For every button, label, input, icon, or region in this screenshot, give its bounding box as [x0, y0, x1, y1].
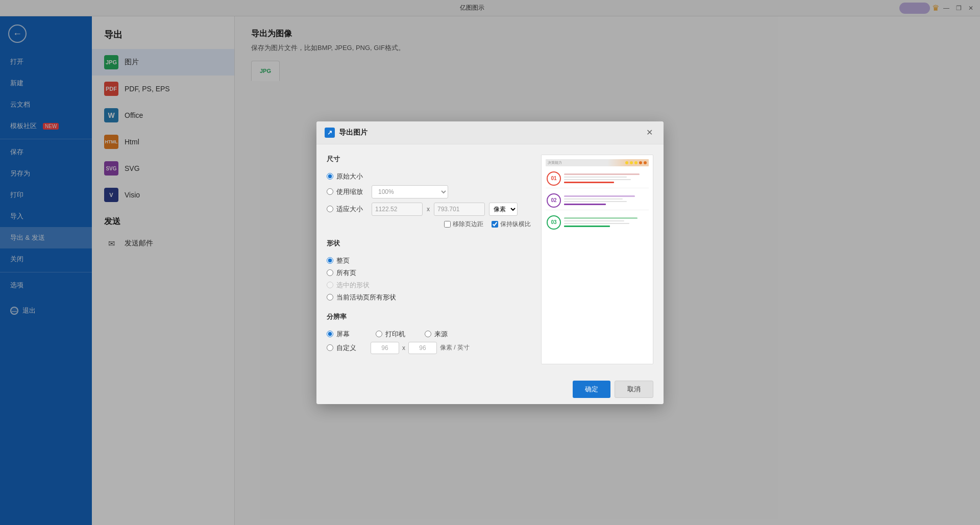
- dot-1: [625, 161, 628, 164]
- bar-2: [564, 204, 606, 205]
- size-fit-row: 适应大小 x 像素: [327, 203, 531, 216]
- line-1a: [564, 173, 640, 175]
- fit-size-text: 适应大小: [336, 205, 363, 214]
- shape-all-row: 所有页: [327, 268, 531, 278]
- custom-x-separator: x: [402, 344, 405, 352]
- dialog-title: 导出图片: [339, 128, 639, 137]
- preview-lines-2: [564, 195, 648, 205]
- preview-row-3: 03: [546, 213, 649, 232]
- keep-ratio-label[interactable]: 保持纵横比: [492, 220, 531, 229]
- preview-image-area: 决策能力 01: [542, 155, 653, 364]
- shape-whole-text: 整页: [336, 256, 350, 265]
- resolution-section: 分辨率 屏幕 打印机 来源: [327, 312, 531, 354]
- dot-5: [644, 161, 647, 164]
- cancel-button[interactable]: 取消: [615, 381, 653, 398]
- preview-lines-1: [564, 173, 648, 183]
- custom-res-width[interactable]: [371, 342, 399, 354]
- shape-whole-row: 整页: [327, 256, 531, 265]
- shape-current-radio[interactable]: [327, 294, 333, 301]
- zoom-size-text: 使用缩放: [336, 187, 363, 196]
- printer-res-radio[interactable]: [376, 331, 382, 337]
- dialog-body: 尺寸 原始大小 使用缩放 100%: [316, 144, 664, 374]
- preview-row-1: 01: [546, 169, 649, 188]
- shape-whole-label[interactable]: 整页: [327, 256, 368, 265]
- fit-width-input[interactable]: [372, 203, 423, 216]
- preview-circle-2: 02: [547, 193, 561, 208]
- fit-size-radio[interactable]: [327, 206, 333, 212]
- source-res-radio[interactable]: [425, 331, 431, 337]
- shape-selected-text: 选中的形状: [336, 281, 370, 290]
- remove-margin-checkbox[interactable]: [444, 221, 451, 228]
- preview-header: 决策能力: [546, 159, 649, 166]
- dialog-header: ↗ 导出图片 ✕: [316, 121, 664, 144]
- shape-selected-row: 选中的形状: [327, 281, 531, 290]
- shape-selected-radio[interactable]: [327, 282, 333, 288]
- fit-height-input[interactable]: [434, 203, 485, 216]
- line-3c: [564, 223, 629, 224]
- shape-all-radio[interactable]: [327, 269, 333, 276]
- line-2b: [564, 198, 623, 199]
- line-1c: [564, 179, 631, 180]
- preview-row-2: 02: [546, 191, 649, 210]
- dialog-preview: 决策能力 01: [541, 155, 653, 364]
- dialog-header-icon: ↗: [325, 128, 335, 138]
- resolution-section-title: 分辨率: [327, 312, 531, 323]
- line-3a: [564, 217, 638, 219]
- dot-2: [630, 161, 633, 164]
- dialog-overlay: ↗ 导出图片 ✕ 尺寸 原始大小: [0, 0, 980, 525]
- confirm-button[interactable]: 确定: [573, 381, 610, 398]
- preview-circle-3: 03: [547, 215, 561, 230]
- custom-res-label[interactable]: 自定义: [327, 343, 368, 353]
- shape-all-label[interactable]: 所有页: [327, 268, 368, 278]
- custom-res-height[interactable]: [408, 342, 437, 354]
- preview-dots: [625, 161, 647, 164]
- dialog-footer: 确定 取消: [316, 374, 664, 404]
- shape-current-row: 当前活动页所有形状: [327, 293, 531, 302]
- line-1b: [564, 177, 627, 178]
- line-2c: [564, 201, 627, 202]
- preview-lines-3: [564, 217, 648, 227]
- zoom-select[interactable]: 100%: [372, 185, 448, 198]
- unit-select[interactable]: 像素: [489, 203, 518, 216]
- shape-current-text: 当前活动页所有形状: [336, 293, 396, 302]
- printer-res-label[interactable]: 打印机: [376, 330, 416, 339]
- resolution-options: 屏幕 打印机 来源: [327, 330, 531, 339]
- zoom-size-label[interactable]: 使用缩放: [327, 187, 368, 196]
- bar-3: [564, 226, 610, 227]
- original-size-text: 原始大小: [336, 172, 363, 181]
- shape-selected-label[interactable]: 选中的形状: [327, 281, 370, 290]
- size-section: 尺寸 原始大小 使用缩放 100%: [327, 155, 531, 229]
- printer-res-text: 打印机: [385, 330, 405, 339]
- dialog-close-button[interactable]: ✕: [643, 127, 655, 139]
- custom-res-unit: 像素 / 英寸: [440, 343, 470, 352]
- custom-res-radio[interactable]: [327, 344, 333, 351]
- shape-current-label[interactable]: 当前活动页所有形状: [327, 293, 396, 302]
- size-original-row: 原始大小: [327, 172, 531, 181]
- source-res-label[interactable]: 来源: [425, 330, 465, 339]
- shape-options: 整页 所有页 选中的形状: [327, 256, 531, 302]
- line-3b: [564, 220, 624, 221]
- keep-ratio-checkbox[interactable]: [492, 221, 498, 228]
- screen-res-text: 屏幕: [336, 330, 350, 339]
- line-2a: [564, 195, 635, 197]
- bar-1: [564, 182, 614, 183]
- size-zoom-row: 使用缩放 100%: [327, 185, 531, 198]
- fit-size-label[interactable]: 适应大小: [327, 205, 368, 214]
- source-res-text: 来源: [434, 330, 448, 339]
- dialog-icon-symbol: ↗: [327, 129, 332, 136]
- screen-res-label[interactable]: 屏幕: [327, 330, 368, 339]
- zoom-size-radio[interactable]: [327, 188, 333, 195]
- dot-4: [639, 161, 642, 164]
- screen-res-radio[interactable]: [327, 331, 333, 337]
- export-image-dialog: ↗ 导出图片 ✕ 尺寸 原始大小: [316, 121, 664, 404]
- checkbox-row: 移除页边距 保持纵横比: [327, 220, 531, 229]
- original-size-radio[interactable]: [327, 173, 333, 180]
- shape-section-title: 形状: [327, 239, 531, 250]
- shape-whole-radio[interactable]: [327, 257, 333, 264]
- remove-margin-label[interactable]: 移除页边距: [444, 220, 483, 229]
- shape-section: 形状 整页 所有页: [327, 239, 531, 302]
- original-size-label[interactable]: 原始大小: [327, 172, 368, 181]
- dot-3: [634, 161, 638, 164]
- keep-ratio-text: 保持纵横比: [500, 220, 531, 229]
- shape-all-text: 所有页: [336, 268, 356, 278]
